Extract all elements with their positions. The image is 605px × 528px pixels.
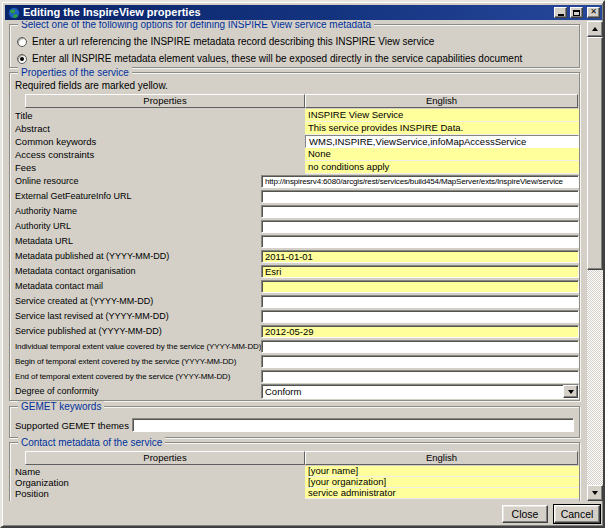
- table-row: End of temporal extent covered by the se…: [10, 369, 579, 384]
- individual-temporal-extent-input[interactable]: [261, 340, 579, 353]
- property-label: Online resource: [15, 175, 261, 188]
- scroll-down-icon[interactable]: [587, 485, 603, 501]
- vertical-scrollbar[interactable]: [587, 21, 603, 501]
- options-group: Select one of the following options for …: [9, 24, 580, 68]
- table-row: Fees no conditions apply: [10, 161, 579, 174]
- authority-url-input[interactable]: [261, 220, 579, 233]
- radio-icon-selected[interactable]: [17, 54, 27, 64]
- common-keywords-cell[interactable]: WMS,INSPIRE,ViewService,infoMapAccessSer…: [305, 135, 579, 148]
- minimize-icon[interactable]: [554, 7, 567, 18]
- metadata-published-input[interactable]: 2011-01-01: [261, 250, 579, 263]
- property-label: Metadata published at (YYYY-MM-DD): [15, 250, 261, 263]
- metadata-values-option[interactable]: Enter all INSPIRE metadata element value…: [17, 53, 573, 64]
- end-temporal-extent-input[interactable]: [261, 370, 579, 383]
- property-label: Service last revised at (YYYY-MM-DD): [15, 310, 261, 323]
- service-properties-group: Properties of the service Required field…: [9, 72, 580, 401]
- table-row: Service published at (YYYY-MM-DD) 2012-0…: [10, 324, 579, 339]
- property-label: Individual temporal extent value covered…: [15, 340, 261, 353]
- property-label: Common keywords: [15, 135, 305, 148]
- language-column-header: English: [305, 451, 578, 465]
- cancel-button[interactable]: Cancel: [554, 505, 600, 523]
- metadata-contact-mail-input[interactable]: [261, 280, 579, 293]
- property-label: End of temporal extent covered by the se…: [15, 370, 261, 383]
- chevron-down-icon[interactable]: [563, 385, 578, 398]
- contact-metadata-group: Contact metadata of the service Properti…: [9, 442, 580, 501]
- property-label: Metadata contact mail: [15, 280, 261, 293]
- property-label: Authority URL: [15, 220, 261, 233]
- scroll-viewport: Select one of the following options for …: [5, 21, 587, 501]
- radio-icon[interactable]: [17, 37, 27, 47]
- property-label: Service created at (YYYY-MM-DD): [15, 295, 261, 308]
- service-properties-title: Properties of the service: [18, 67, 132, 78]
- table-row: Common keywords WMS,INSPIRE,ViewService,…: [10, 135, 579, 148]
- maximize-icon[interactable]: [570, 7, 583, 18]
- table-row: Metadata contact organisation Esri: [10, 264, 579, 279]
- metadata-url-option[interactable]: Enter a url referencing the INSPIRE meta…: [17, 36, 573, 47]
- table-row: Degree of conformity Conform: [10, 384, 579, 399]
- contact-name-cell[interactable]: [your name]: [305, 466, 579, 477]
- table-row: Position service administrator: [10, 488, 579, 499]
- external-getfeatureinfo-url-input[interactable]: [261, 190, 579, 203]
- gemet-themes-label: Supported GEMET themes: [15, 420, 129, 431]
- options-group-title: Select one of the following options for …: [18, 21, 374, 30]
- table-row: Abstract This service provides INSPIRE D…: [10, 122, 579, 135]
- property-label: Metadata URL: [15, 235, 261, 248]
- window-title: Editing the InspireView properties: [23, 6, 551, 19]
- abstract-cell[interactable]: This service provides INSPIRE Data.: [305, 122, 579, 135]
- property-label: Access constraints: [15, 148, 305, 161]
- online-resource-input[interactable]: http://inspiresrv4:6080/arcgis/rest/serv…: [261, 175, 579, 188]
- property-label: Title: [15, 109, 305, 122]
- table-row: Individual temporal extent value covered…: [10, 339, 579, 354]
- metadata-contact-organisation-input[interactable]: Esri: [261, 265, 579, 278]
- table-row: Online resource http://inspiresrv4:6080/…: [10, 174, 579, 189]
- table-row: Authority URL: [10, 219, 579, 234]
- table-row: Metadata contact mail: [10, 279, 579, 294]
- gemet-keywords-group: GEMET keywords Supported GEMET themes: [9, 406, 580, 438]
- globe-icon: [8, 7, 20, 19]
- service-published-input[interactable]: 2012-05-29: [261, 325, 579, 338]
- metadata-url-input[interactable]: [261, 235, 579, 248]
- property-label: Metadata contact organisation: [15, 265, 261, 278]
- option-label: Enter a url referencing the INSPIRE meta…: [32, 36, 434, 47]
- property-label: Service published at (YYYY-MM-DD): [15, 325, 261, 338]
- table-header: Properties English: [25, 451, 578, 465]
- property-label: Degree of conformity: [15, 385, 261, 398]
- table-header: Properties English: [25, 94, 578, 108]
- property-label: External GetFeatureInfo URL: [15, 190, 261, 203]
- service-last-revised-input[interactable]: [261, 310, 579, 323]
- table-row: Access constraints None: [10, 148, 579, 161]
- authority-name-input[interactable]: [261, 205, 579, 218]
- property-label: Name: [15, 466, 305, 477]
- table-row: External GetFeatureInfo URL: [10, 189, 579, 204]
- scrollbar-thumb[interactable]: [587, 37, 603, 270]
- degree-of-conformity-dropdown[interactable]: Conform: [261, 384, 579, 399]
- table-row: Authority Name: [10, 204, 579, 219]
- table-row: Begin of temporal extent covered by the …: [10, 354, 579, 369]
- table-row: Metadata published at (YYYY-MM-DD) 2011-…: [10, 249, 579, 264]
- access-constraints-cell[interactable]: None: [305, 148, 579, 161]
- contact-group-title: Contact metadata of the service: [18, 437, 165, 448]
- table-row: Title INSPIRE View Service: [10, 109, 579, 122]
- properties-column-header: Properties: [25, 451, 305, 465]
- close-button[interactable]: Close: [502, 505, 548, 523]
- close-icon[interactable]: ✕: [587, 7, 600, 18]
- contact-position-cell[interactable]: service administrator: [305, 488, 579, 499]
- supported-gemet-themes-input[interactable]: [132, 418, 574, 432]
- service-created-input[interactable]: [261, 295, 579, 308]
- property-label: Abstract: [15, 122, 305, 135]
- option-label: Enter all INSPIRE metadata element value…: [32, 53, 522, 64]
- table-row: Organization [your organization]: [10, 477, 579, 488]
- title-cell[interactable]: INSPIRE View Service: [305, 109, 579, 122]
- property-label: Position: [15, 488, 305, 499]
- contact-organization-cell[interactable]: [your organization]: [305, 477, 579, 488]
- title-bar[interactable]: Editing the InspireView properties ✕: [5, 5, 602, 20]
- table-row: Name [your name]: [10, 466, 579, 477]
- begin-temporal-extent-input[interactable]: [261, 355, 579, 368]
- dialog-window: Editing the InspireView properties ✕ Sel…: [0, 0, 605, 528]
- gemet-group-title: GEMET keywords: [18, 401, 104, 412]
- property-label: Organization: [15, 477, 305, 488]
- property-label: Fees: [15, 161, 305, 174]
- table-row: Metadata URL: [10, 234, 579, 249]
- fees-cell[interactable]: no conditions apply: [305, 161, 579, 174]
- scroll-up-icon[interactable]: [587, 21, 603, 37]
